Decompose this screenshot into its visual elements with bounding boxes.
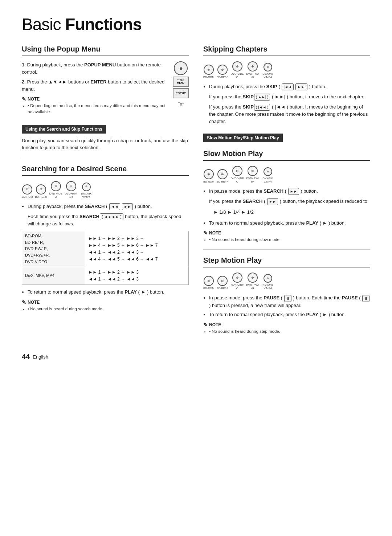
step-note-list: No sound is heard during step mode.: [209, 328, 370, 335]
popup-note-label: NOTE: [22, 96, 169, 102]
speed-table-disc-label: BD-ROM, BD-RE/-R, DVD-RW/-R, DVD+RW/+R, …: [22, 231, 85, 267]
title-bold: Functions: [65, 15, 142, 34]
hand-icon: ☞: [177, 100, 184, 109]
disc-icon-dvdrw: ⊕ DVD+RW/±R: [65, 181, 78, 199]
page-footer: 44 English: [22, 353, 370, 361]
speed-table-row2: DivX, MKV, MP4 ►► 1 → ►► 2 → ►► 3 ◄◄ 1 →…: [22, 267, 189, 285]
step-motion-heading: Step Motion Play: [203, 256, 370, 267]
skip-disc-bdrom: ⊕ BD-ROM: [203, 65, 214, 79]
search-heading: Searching for a Desired Scene: [22, 165, 189, 176]
speed-table-row1: BD-ROM, BD-RE/-R, DVD-RW/-R, DVD+RW/+R, …: [22, 231, 189, 267]
step-motion-section: Step Motion Play ⊕ BD-ROM ⊕ BD-RE/-R ⊕ D…: [203, 256, 370, 334]
step-bullets: In pause mode, press the PAUSE ( ⏸ ) but…: [209, 294, 370, 318]
disc-icon-divx: ⊕ DivX/MKV/MP4: [80, 183, 93, 199]
skip-section: Skipping Chapters ⊕ BD-ROM ⊕ BD-RE/-R ⊕ …: [203, 45, 370, 125]
speed-table-divx-speeds: ►► 1 → ►► 2 → ►► 3 ◄◄ 1 → ◄◄ 2 → ◄◄ 3: [85, 267, 189, 285]
search-disc-icons: ⊕ BD-ROM ⊕ BD-RE/-R ⊕ DVD-VIDEO ⊕ DVD+RW…: [22, 181, 189, 199]
right-column: Skipping Chapters ⊕ BD-ROM ⊕ BD-RE/-R ⊕ …: [203, 45, 370, 338]
disc-icon-bdre: ⊕ BD-RE/-R: [35, 184, 47, 199]
title-light: Basic: [22, 15, 65, 34]
search-bullets: During playback, press the SEARCH ( ◄◄ ►…: [28, 203, 189, 210]
page-title: Basic Functions: [22, 15, 370, 34]
skip-para1: If you press the SKIP( ►►| ) ( ►►| ) but…: [209, 93, 370, 101]
skip-disc-dvdrw: ⊕ DVD+RW/±R: [246, 61, 259, 79]
page-number: 44: [22, 353, 30, 361]
left-column: Using the Popup Menu ⊕ TITLE MENU POPUP …: [22, 45, 189, 338]
popup-step2: 2. Press the ▲▼◄► buttons or ENTER butto…: [22, 78, 189, 93]
search-note-label: NOTE: [22, 299, 189, 305]
search-sub-text: Each time you press the SEARCH ( ◄◄ ►► )…: [28, 213, 189, 228]
popup-note-item: Depending on the disc, the menu items ma…: [28, 103, 189, 115]
slow-bullets: In pause mode, press the SEARCH ( ►► ) b…: [209, 188, 370, 195]
popup-menu-heading: Using the Popup Menu: [22, 45, 189, 56]
slow-motion-heading: Slow Motion Play: [203, 150, 370, 161]
step-note-label: NOTE: [203, 322, 370, 328]
search-return-bullet: To return to normal speed playback, pres…: [28, 289, 189, 296]
skip-heading: Skipping Chapters: [203, 45, 370, 56]
popup-note-list: Depending on the disc, the menu items ma…: [28, 103, 189, 115]
skip-para2: If you press the SKIP( |◄◄ ) ( |◄◄ ) but…: [209, 103, 370, 125]
remote-circle-icon: ⊕: [179, 66, 183, 71]
search-bullet1: During playback, press the SEARCH ( ◄◄ ►…: [28, 203, 189, 210]
search-skip-heading: Using the Search and Skip Functions: [22, 125, 106, 134]
step-bullet2: To return to normal speed playback, pres…: [209, 311, 370, 318]
page-language: English: [33, 354, 48, 360]
skip-bullets: During playback, press the SKIP ( |◄◄ ►►…: [209, 83, 370, 90]
popup-btn: POPUP: [173, 88, 189, 98]
speed-table-divx-label: DivX, MKV, MP4: [22, 267, 85, 285]
slow-para1: If you press the SEARCH ( ►► ) button, t…: [209, 198, 370, 205]
skip-disc-divx: ⊕ DivX/MKV/MP4: [261, 63, 274, 79]
skip-bullet1: During playback, press the SKIP ( |◄◄ ►►…: [209, 83, 370, 90]
step-bullet1: In pause mode, press the PAUSE ( ⏸ ) but…: [209, 294, 370, 309]
search-note-item: No sound is heard during search mode.: [28, 306, 189, 312]
remote-circle-btn: ⊕: [174, 61, 188, 75]
slow-speed-line: ► 1/8 ► 1/4 ► 1/2: [213, 208, 370, 216]
slow-motion-section: Slow Motion Play ⊕ BD-ROM ⊕ BD-RE/-R ⊕ D…: [203, 150, 370, 243]
search-skip-desc: During play, you can search quickly thro…: [22, 137, 189, 151]
speed-table: BD-ROM, BD-RE/-R, DVD-RW/-R, DVD+RW/+R, …: [22, 231, 189, 285]
slow-note-list: No sound is heard during slow mode.: [209, 237, 370, 243]
slow-return-bullet: To return to normal speed playback, pres…: [209, 220, 370, 227]
popup-menu-section: Using the Popup Menu ⊕ TITLE MENU POPUP …: [22, 45, 189, 115]
step-disc-icons: ⊕ BD-ROM ⊕ BD-RE/-R ⊕ DVD-VIDEO ⊕ DVD+RW…: [203, 273, 370, 290]
speed-table-speeds: ►► 1 → ►► 2 → ►► 3 → ►► 4 → ►► 5 → ►► 6 …: [85, 231, 189, 267]
title-menu-btn: TITLE MENU: [173, 77, 189, 87]
slow-disc-icons: ⊕ BD-ROM ⊕ BD-RE/-R ⊕ DVD-VIDEO ⊕ DVD+RW…: [203, 166, 370, 183]
step-note: NOTE No sound is heard during step mode.: [203, 322, 370, 335]
skip-disc-bdre: ⊕ BD-RE/-R: [216, 65, 228, 79]
remote-icons: ⊕ TITLE MENU POPUP ☞: [173, 61, 189, 109]
slow-step-box-heading: Slow Motion Play/Step Motion Play: [203, 134, 283, 142]
disc-icon-dvdvideo: ⊕ DVD-VIDEO: [49, 181, 62, 199]
search-section: Searching for a Desired Scene ⊕ BD-ROM ⊕…: [22, 165, 189, 312]
search-note: NOTE No sound is heard during search mod…: [22, 299, 189, 312]
slow-note-item: No sound is heard during slow mode.: [209, 237, 370, 243]
step-note-item: No sound is heard during step mode.: [209, 328, 370, 335]
skip-disc-icons: ⊕ BD-ROM ⊕ BD-RE/-R ⊕ DVD-VIDEO ⊕ DVD+RW…: [203, 61, 370, 79]
slow-note-label: NOTE: [203, 230, 370, 236]
slow-note: NOTE No sound is heard during slow mode.: [203, 230, 370, 243]
search-return-item: To return to normal speed playback, pres…: [28, 289, 189, 296]
popup-step1: 1. During playback, press the POPUP MENU…: [22, 61, 189, 75]
slow-bullet1: In pause mode, press the SEARCH ( ►► ) b…: [209, 188, 370, 195]
slow-return-item: To return to normal speed playback, pres…: [209, 220, 370, 227]
search-note-list: No sound is heard during search mode.: [28, 306, 189, 312]
skip-disc-dvd: ⊕ DVD-VIDEO: [231, 61, 244, 79]
popup-note: NOTE Depending on the disc, the menu ite…: [22, 96, 189, 115]
disc-icon-bdrom: ⊕ BD-ROM: [22, 184, 33, 199]
